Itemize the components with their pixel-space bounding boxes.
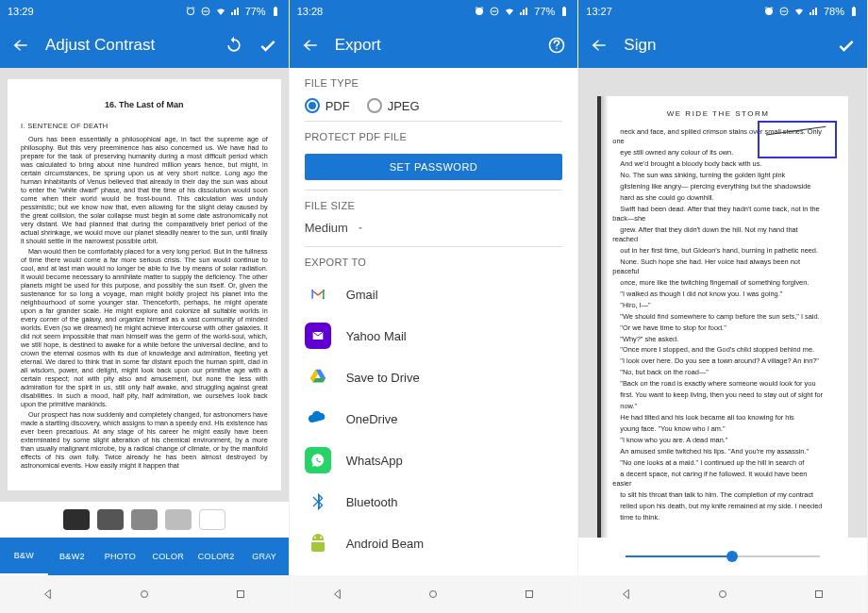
file-size-label: FILE SIZE: [290, 191, 578, 217]
export-target-nearby-share[interactable]: Nearby Share: [290, 564, 578, 575]
export-target-label: Yahoo Mail: [346, 329, 407, 343]
dnd-icon: [489, 6, 500, 17]
dnd-icon: [778, 6, 790, 17]
book-line: once, more like the twitching fingernail…: [612, 278, 824, 288]
filter-tab-b&w[interactable]: B&W: [0, 538, 48, 575]
nav-recent-icon[interactable]: [523, 588, 536, 601]
book-line: first. You want to keep living, then you…: [612, 390, 824, 400]
export-target-bluetooth[interactable]: Bluetooth: [290, 481, 578, 522]
svg-point-6: [320, 537, 322, 538]
bluetooth-icon: [305, 489, 331, 515]
export-target-gmail[interactable]: Gmail: [290, 273, 578, 315]
export-target-label: WhatsApp: [346, 454, 403, 468]
rotate-icon[interactable]: [225, 36, 243, 55]
panel-adjust-contrast: 13:29 77% Adjust Contrast 16. The Last o…: [0, 0, 290, 613]
app-bar: Sign: [578, 23, 867, 68]
filter-tab-color2[interactable]: COLOR2: [192, 538, 241, 575]
status-time: 13:27: [586, 6, 763, 17]
export-body: FILE TYPE PDF JPEG PROTECT PDF FILE SET …: [290, 68, 578, 575]
doc-para: Ours has been essentially a philosophica…: [21, 135, 268, 245]
nav-back-icon[interactable]: [42, 588, 55, 601]
swatch-0[interactable]: [63, 509, 90, 530]
book-line: "Back on the road is exactly where someo…: [612, 379, 824, 389]
status-time: 13:29: [8, 6, 185, 17]
nav-home-icon[interactable]: [426, 588, 440, 601]
nav-back-icon[interactable]: [331, 588, 344, 601]
status-icons: 77%: [474, 6, 570, 17]
file-size-select[interactable]: Medium: [290, 217, 578, 246]
book-page: WE RIDE THE STORM neck and face, and spi…: [597, 96, 848, 538]
export-target-label: OneDrive: [346, 412, 398, 426]
book-line: "I know who you are. A dead man.": [612, 436, 824, 445]
android-nav-bar: [0, 575, 289, 613]
set-password-button[interactable]: SET PASSWORD: [305, 154, 563, 180]
radio-jpeg[interactable]: JPEG: [367, 98, 420, 113]
check-icon[interactable]: [837, 36, 856, 55]
wifi-icon: [793, 6, 805, 17]
back-icon[interactable]: [11, 36, 30, 55]
document-preview[interactable]: 16. The Last of Man I. SENTENCE OF DEATH…: [0, 68, 289, 502]
book-line: "Once more I stopped, and the God's chil…: [612, 345, 824, 355]
nav-back-icon[interactable]: [620, 588, 633, 601]
swatch-1[interactable]: [97, 509, 124, 530]
document-page: 16. The Last of Man I. SENTENCE OF DEATH…: [8, 79, 281, 490]
filter-tab-photo[interactable]: PHOTO: [96, 538, 144, 575]
svg-rect-8: [526, 591, 533, 598]
alarm-icon: [474, 6, 485, 17]
svg-point-5: [314, 537, 316, 538]
book-line: now.": [612, 402, 824, 411]
book-line: young face. "You know who I am.": [612, 424, 824, 434]
export-target-onedrive[interactable]: OneDrive: [290, 398, 578, 439]
protect-label: PROTECT PDF FILE: [290, 122, 578, 148]
swatch-3[interactable]: [165, 509, 192, 530]
signature-box[interactable]: [758, 121, 837, 158]
export-target-save-to-drive[interactable]: Save to Drive: [290, 356, 578, 398]
doc-subtitle: I. SENTENCE OF DEATH: [21, 122, 268, 130]
nav-home-icon[interactable]: [138, 588, 151, 601]
check-icon[interactable]: [259, 36, 277, 55]
nav-home-icon[interactable]: [716, 588, 729, 601]
status-icons: 78%: [763, 6, 860, 17]
sign-preview[interactable]: WE RIDE THE STORM neck and face, and spi…: [578, 68, 867, 538]
android-nav-bar: [578, 575, 867, 613]
swatch-4[interactable]: [199, 509, 225, 530]
yahoo-mail-icon: [305, 323, 331, 349]
battery-text: 77%: [534, 6, 555, 17]
filter-tab-color[interactable]: COLOR: [144, 538, 192, 575]
nav-recent-icon[interactable]: [812, 588, 826, 601]
book-line: relied upon his death, but my knife rema…: [612, 502, 824, 511]
book-line: "No one looks at a maid." I continued up…: [612, 458, 824, 468]
slider-thumb[interactable]: [726, 551, 738, 562]
dropdown-icon: [356, 224, 365, 233]
size-slider[interactable]: [578, 538, 867, 575]
book-line: "Why?" she asked.: [612, 335, 824, 344]
color-swatches: [0, 502, 289, 538]
back-icon[interactable]: [301, 36, 320, 55]
svg-point-10: [720, 591, 726, 598]
battery-text: 78%: [824, 6, 844, 17]
export-target-yahoo-mail[interactable]: Yahoo Mail: [290, 315, 578, 356]
svg-rect-11: [816, 591, 823, 598]
panel-export: 13:28 77% Export FILE TYPE PDF JPEG PROT…: [290, 0, 579, 613]
filter-tab-b&w2[interactable]: B&W2: [48, 538, 96, 575]
book-line: "I walked as though I did not know you. …: [612, 290, 824, 299]
export-target-whatsapp[interactable]: WhatsApp: [290, 439, 578, 481]
export-target-android-beam[interactable]: Android Beam: [290, 522, 578, 564]
status-bar: 13:28 77%: [290, 0, 578, 23]
status-time: 13:28: [297, 6, 475, 17]
back-icon[interactable]: [590, 36, 609, 55]
doc-title: 16. The Last of Man: [21, 100, 268, 110]
help-icon[interactable]: [547, 36, 566, 55]
export-target-list[interactable]: GmailYahoo MailSave to DriveOneDriveWhat…: [290, 273, 578, 575]
export-target-label: Save to Drive: [346, 371, 420, 385]
save-to-drive-icon: [305, 364, 331, 390]
filter-tab-gray[interactable]: GRAY: [241, 538, 289, 575]
gmail-icon: [305, 281, 331, 307]
swatch-2[interactable]: [131, 509, 158, 530]
book-line: None. Such hope she had. Her voice had a…: [612, 257, 824, 276]
status-icons: 77%: [185, 6, 281, 17]
book-line: "We should find somewhere to camp before…: [612, 312, 824, 322]
radio-pdf[interactable]: PDF: [305, 98, 350, 113]
nav-recent-icon[interactable]: [234, 588, 247, 601]
book-line: hard as she could go downhill.: [612, 193, 824, 203]
